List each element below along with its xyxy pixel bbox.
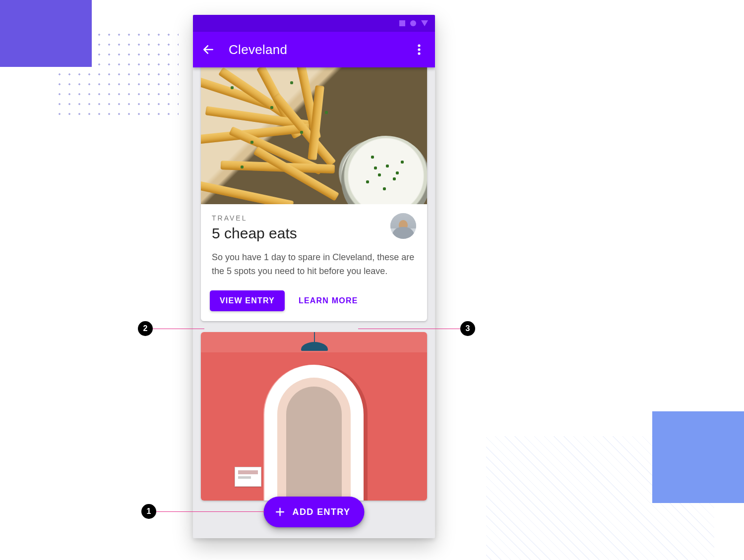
card-overline: TRAVEL — [212, 214, 416, 222]
fab-label: ADD ENTRY — [293, 507, 351, 517]
svg-point-1 — [418, 48, 420, 51]
annotation-badge-3: 3 — [460, 321, 475, 336]
card-second[interactable] — [201, 332, 427, 501]
learn-more-button[interactable]: LEARN MORE — [295, 290, 362, 311]
annotation-line-2 — [152, 329, 204, 329]
author-avatar[interactable] — [390, 213, 416, 239]
svg-point-2 — [418, 52, 420, 55]
arrow-back-icon — [202, 43, 215, 56]
overflow-menu-button[interactable] — [412, 44, 426, 55]
annotation-badge-2: 2 — [138, 321, 153, 336]
status-circle-icon — [410, 20, 416, 26]
back-button[interactable] — [202, 43, 222, 56]
card-image — [201, 332, 427, 501]
annotation-badge-1: 1 — [141, 504, 156, 519]
more-vert-icon — [418, 44, 421, 55]
status-bar — [193, 15, 435, 32]
decor-blue-square — [652, 411, 744, 503]
annotation-line-1 — [155, 511, 264, 512]
add-entry-fab[interactable]: ADD ENTRY — [264, 497, 365, 527]
plus-icon — [275, 506, 286, 517]
decor-purple-square — [0, 0, 92, 67]
card-image — [201, 67, 427, 204]
card-five-cheap-eats[interactable]: TRAVEL 5 cheap eats So you have 1 day to… — [201, 67, 427, 321]
card-title: 5 cheap eats — [212, 225, 416, 242]
status-triangle-icon — [421, 20, 428, 26]
phone-frame: Cleveland — [193, 15, 435, 538]
svg-point-0 — [418, 44, 420, 47]
view-entry-button[interactable]: VIEW ENTRY — [210, 290, 285, 311]
content-scroll[interactable]: TRAVEL 5 cheap eats So you have 1 day to… — [193, 67, 435, 538]
card-description: So you have 1 day to spare in Cleveland,… — [212, 251, 416, 279]
app-bar-title: Cleveland — [229, 42, 287, 57]
status-square-icon — [399, 20, 405, 26]
annotation-line-3 — [358, 329, 461, 329]
app-bar: Cleveland — [193, 32, 435, 67]
